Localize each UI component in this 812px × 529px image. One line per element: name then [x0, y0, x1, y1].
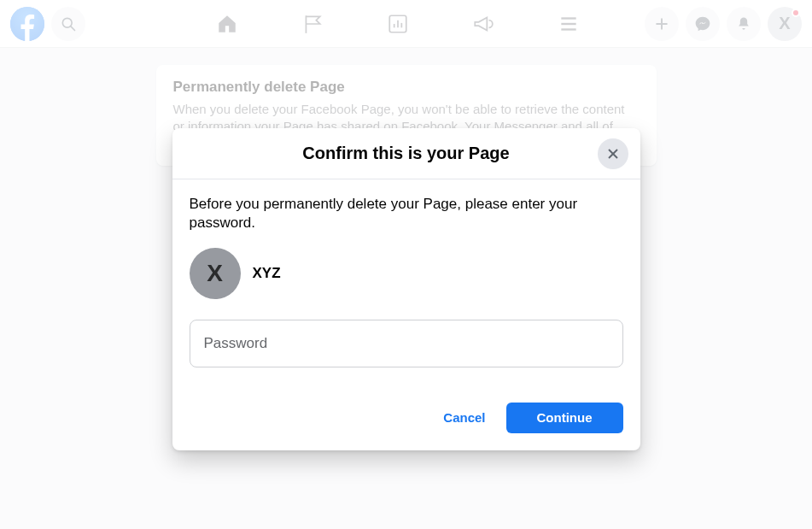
modal-header: Confirm this is your Page	[172, 128, 640, 179]
page-name: XYZ	[253, 265, 281, 282]
page-avatar: X	[190, 248, 241, 299]
close-icon	[605, 145, 622, 162]
modal-footer: Cancel Continue	[172, 385, 640, 450]
continue-button[interactable]: Continue	[506, 403, 623, 433]
modal-title: Confirm this is your Page	[302, 144, 509, 163]
modal-page-row: X XYZ	[190, 248, 623, 299]
modal-close-button[interactable]	[598, 138, 628, 169]
password-input[interactable]	[190, 320, 623, 367]
modal-description: Before you permanently delete your Page,…	[190, 195, 623, 232]
modal-body: Before you permanently delete your Page,…	[172, 179, 640, 385]
confirm-page-modal: Confirm this is your Page Before you per…	[172, 128, 640, 450]
cancel-button[interactable]: Cancel	[429, 402, 499, 433]
page-avatar-initial: X	[207, 260, 223, 287]
